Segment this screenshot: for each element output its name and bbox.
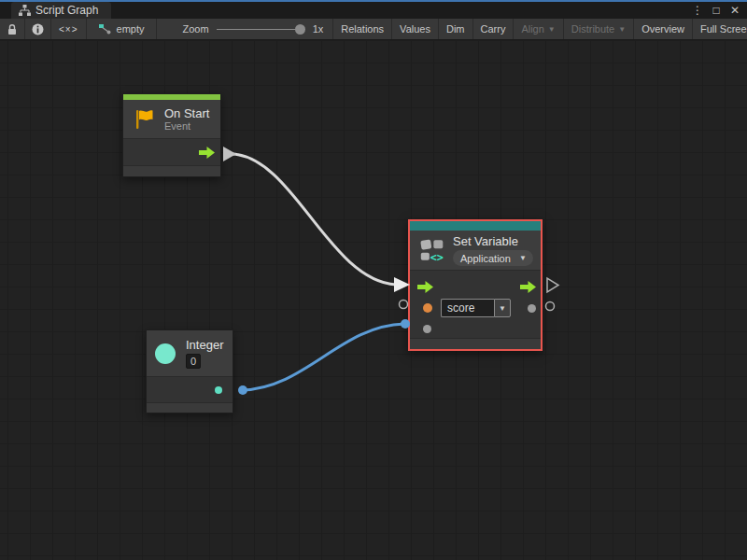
new-value-input-port[interactable] — [423, 325, 431, 333]
node-set-variable-selection: <> Set Variable Application ▼ — [408, 219, 543, 351]
integer-header: Integer 0 — [147, 330, 233, 376]
window-controls: ⋮ □ ✕ — [691, 4, 747, 17]
set-variable-icon: <> — [419, 236, 445, 264]
on-start-body — [123, 138, 220, 165]
carry-button[interactable]: Carry — [473, 19, 514, 39]
on-start-title: On Start — [164, 106, 209, 120]
more-menu-icon[interactable]: ⋮ — [691, 4, 704, 17]
align-dropdown-button[interactable]: Align▼ — [514, 19, 563, 39]
overview-button[interactable]: Overview — [634, 19, 693, 39]
on-start-header: On Start Event — [123, 100, 220, 138]
chevron-down-icon: ▼ — [618, 25, 626, 34]
chevron-down-icon: ▼ — [548, 25, 556, 34]
code-view-glyph: <×> — [59, 24, 78, 35]
zoom-value: 1x — [313, 23, 324, 35]
svg-text:<>: <> — [430, 251, 444, 264]
dim-button[interactable]: Dim — [439, 19, 473, 39]
flag-icon — [134, 108, 155, 131]
flow-input-arrow-icon[interactable] — [417, 281, 433, 293]
graph-hierarchy-icon — [19, 5, 31, 16]
relations-button[interactable]: Relations — [333, 19, 392, 39]
graph-canvas[interactable] — [0, 40, 747, 560]
toolbar-right-group: Relations Values Dim Carry Align▼ Distri… — [332, 19, 747, 39]
info-icon — [32, 23, 44, 35]
set-variable-body: score ▼ — [410, 270, 541, 338]
distribute-dropdown-button[interactable]: Distribute▼ — [564, 19, 634, 39]
variable-name-field[interactable]: score — [441, 299, 494, 317]
integer-body — [147, 376, 233, 402]
code-view-toggle[interactable]: <×> — [51, 19, 87, 39]
set-variable-header: <> Set Variable Application ▼ — [410, 231, 541, 270]
graph-selector-label: empty — [117, 23, 145, 35]
inspect-button[interactable] — [25, 19, 51, 39]
variable-name-dropdown-button[interactable]: ▼ — [494, 299, 511, 317]
integer-circle-icon — [155, 343, 176, 364]
variable-scope-label: Application — [460, 253, 511, 264]
window-focus-line — [0, 0, 747, 2]
on-start-footer — [123, 165, 220, 176]
integer-output-port[interactable] — [215, 386, 222, 394]
integer-title: Integer — [186, 338, 223, 352]
script-graph-window: Script Graph ⋮ □ ✕ <×> — [0, 0, 747, 560]
tab-script-graph[interactable]: Script Graph — [11, 2, 111, 19]
integer-footer — [147, 402, 233, 413]
zoom-control: Zoom 1x — [157, 19, 333, 39]
chevron-down-icon: ▼ — [519, 254, 527, 262]
graph-connection-icon — [98, 23, 111, 35]
fullscreen-button[interactable]: Full Screen — [693, 19, 747, 39]
values-button[interactable]: Values — [392, 19, 439, 39]
graph-selector[interactable]: empty — [87, 19, 157, 39]
zoom-slider-handle[interactable] — [295, 24, 305, 35]
set-variable-footer — [410, 338, 541, 349]
integer-value-field[interactable]: 0 — [186, 354, 201, 369]
zoom-slider[interactable] — [217, 19, 305, 40]
flow-output-arrow-icon[interactable] — [520, 281, 536, 293]
on-start-subtitle: Event — [164, 120, 209, 133]
maximize-icon[interactable]: □ — [710, 4, 723, 17]
graph-toolbar: <×> empty Zoom 1x Relations Values Dim C… — [0, 19, 747, 40]
tab-label: Script Graph — [35, 4, 98, 17]
lock-icon — [7, 23, 18, 35]
lock-button[interactable] — [0, 19, 25, 39]
flow-output-arrow-icon[interactable] — [199, 147, 215, 159]
set-variable-title: Set Variable — [453, 234, 533, 248]
variable-name-input-port[interactable] — [423, 303, 432, 313]
value-output-dot[interactable] — [528, 304, 536, 313]
node-integer[interactable]: Integer 0 — [146, 329, 233, 413]
zoom-slider-track — [217, 29, 305, 30]
titlebar: Script Graph ⋮ □ ✕ — [0, 2, 747, 19]
variable-scope-dropdown[interactable]: Application ▼ — [453, 250, 533, 266]
node-on-start[interactable]: On Start Event — [122, 93, 221, 177]
node-set-variable[interactable]: <> Set Variable Application ▼ — [410, 221, 541, 349]
close-icon[interactable]: ✕ — [728, 4, 741, 17]
zoom-label: Zoom — [183, 23, 209, 35]
set-variable-colorbar — [410, 221, 541, 231]
